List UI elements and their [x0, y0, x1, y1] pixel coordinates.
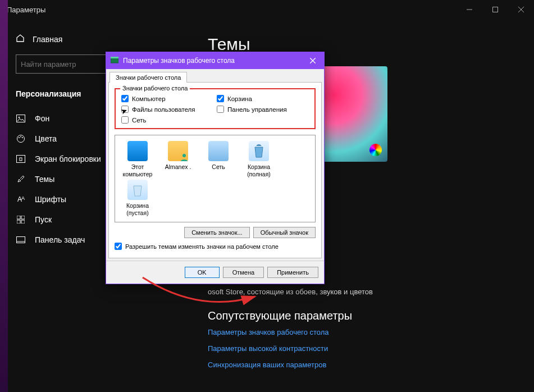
window-controls: [457, 0, 534, 19]
svg-point-24: [182, 154, 186, 157]
allow-themes-input[interactable]: [115, 243, 122, 250]
home-icon: [16, 34, 25, 44]
svg-point-11: [22, 137, 23, 138]
svg-point-8: [17, 135, 25, 143]
icon-grid[interactable]: Этот компьютер Almanex . Сеть Корзина (п…: [115, 135, 316, 222]
ok-button[interactable]: OK: [185, 267, 220, 278]
svg-rect-1: [493, 7, 498, 12]
titlebar: Параметры: [0, 0, 534, 19]
home-link[interactable]: Главная: [0, 30, 185, 54]
tab-desktop-icons[interactable]: Значки рабочего стола: [109, 72, 187, 83]
sidebar-item-label: Пуск: [35, 215, 52, 224]
desktop-icons-dialog: Параметры значков рабочего стола Значки …: [106, 52, 325, 284]
grid-item-bin-full[interactable]: Корзина (полная): [240, 141, 278, 177]
lockscreen-icon: [16, 155, 26, 163]
network-icon: [208, 141, 229, 161]
dialog-titlebar[interactable]: Параметры значков рабочего стола: [106, 52, 324, 69]
wallpaper-edge: [0, 0, 8, 392]
checkbox-label: Корзина: [227, 95, 252, 102]
dialog-close-button[interactable]: [305, 54, 321, 67]
grid-label: Корзина (пустая): [126, 202, 149, 216]
apply-button[interactable]: Применить: [267, 267, 318, 278]
dialog-footer: OK Отмена Применить: [106, 261, 324, 284]
grid-item-bin-empty[interactable]: Корзина (пустая): [118, 180, 157, 216]
checkbox-network-input[interactable]: [121, 116, 129, 124]
svg-rect-17: [21, 220, 25, 224]
minimize-button[interactable]: [457, 0, 482, 19]
svg-rect-21: [111, 57, 118, 58]
checkbox-userfiles[interactable]: Файлы пользователя: [121, 106, 200, 113]
checkbox-recycle[interactable]: Корзина: [217, 95, 295, 102]
svg-rect-14: [17, 216, 20, 219]
grid-item-network[interactable]: Сеть: [199, 141, 238, 177]
svg-point-7: [19, 117, 20, 118]
checkbox-label: Панель управления: [227, 106, 287, 113]
palette-icon: [16, 134, 26, 143]
checkbox-recycle-input[interactable]: [217, 95, 224, 102]
related-links: Параметры значков рабочего стола Парамет…: [208, 328, 512, 369]
tab-page: Значки рабочего стола ➤ Компьютер Корзин…: [108, 82, 322, 258]
dialog-icon: [111, 57, 118, 65]
fonts-icon: AA: [16, 195, 26, 203]
grid-label: Этот компьютер: [123, 163, 153, 177]
color-wheel-icon: [369, 144, 382, 156]
checkbox-label: Файлы пользователя: [132, 106, 195, 113]
related-heading: Сопутствующие параметры: [208, 309, 512, 322]
svg-rect-15: [21, 216, 25, 219]
link-desktop-icons[interactable]: Параметры значков рабочего стола: [208, 328, 512, 336]
tab-strip: Значки рабочего стола: [106, 69, 324, 82]
taskbar-icon: [16, 236, 26, 243]
icons-fieldset: Значки рабочего стола ➤ Компьютер Корзин…: [115, 88, 316, 129]
change-icon-button[interactable]: Сменить значок...: [184, 227, 250, 238]
recyclebin-empty-icon: [127, 180, 148, 200]
dialog-title: Параметры значков рабочего стола: [123, 57, 235, 65]
sidebar-item-label: Темы: [35, 175, 54, 184]
picture-icon: [16, 115, 26, 122]
custom-text: osoft Store, состоящие из обоев, звуков …: [208, 288, 512, 296]
grid-label: Корзина (полная): [247, 163, 271, 177]
brush-icon: [16, 175, 26, 184]
grid-label: Сеть: [212, 163, 225, 170]
user-folder-icon: [168, 141, 188, 161]
fieldset-legend: Значки рабочего стола: [120, 85, 190, 92]
svg-rect-12: [17, 156, 25, 163]
checkbox-computer-input[interactable]: [121, 95, 129, 102]
allow-themes-checkbox[interactable]: Разрешить темам изменять значки на рабоч…: [115, 243, 316, 250]
close-button[interactable]: [508, 0, 534, 19]
link-sync[interactable]: Синхронизация ваших параметров: [208, 361, 512, 369]
checkbox-controlpanel-input[interactable]: [217, 106, 224, 113]
checkbox-computer[interactable]: Компьютер: [121, 95, 200, 102]
allow-themes-label: Разрешить темам изменять значки на рабоч…: [125, 243, 279, 250]
sidebar-item-label: Фон: [35, 114, 49, 123]
checkbox-label: Сеть: [132, 117, 147, 124]
start-icon: [16, 216, 26, 224]
svg-rect-18: [17, 237, 25, 243]
svg-rect-16: [17, 220, 20, 224]
icon-button-row: Сменить значок... Обычный значок: [115, 227, 316, 238]
checkbox-controlpanel[interactable]: Панель управления: [217, 106, 295, 113]
svg-point-9: [19, 137, 20, 138]
sidebar-item-label: Шрифты: [35, 195, 66, 204]
page-title: Темы: [208, 35, 512, 54]
grid-label: Almanex .: [165, 163, 191, 170]
cancel-button[interactable]: Отмена: [223, 267, 264, 278]
grid-item-user[interactable]: Almanex .: [159, 141, 197, 177]
sidebar-item-label: Экран блокировки: [35, 154, 101, 163]
window-title: Параметры: [7, 6, 45, 14]
link-high-contrast[interactable]: Параметры высокой контрастности: [208, 344, 512, 353]
monitor-icon: [127, 141, 148, 161]
sidebar-item-label: Цвета: [35, 134, 57, 143]
checkbox-label: Компьютер: [132, 95, 166, 102]
home-label: Главная: [33, 35, 62, 44]
grid-item-computer[interactable]: Этот компьютер: [118, 141, 157, 177]
maximize-button[interactable]: [482, 0, 508, 19]
recyclebin-full-icon: [249, 141, 269, 161]
default-icon-button[interactable]: Обычный значок: [253, 227, 316, 238]
svg-rect-13: [20, 158, 22, 161]
svg-point-10: [20, 136, 21, 138]
checkbox-network[interactable]: Сеть: [121, 116, 200, 124]
sidebar-item-label: Панель задач: [35, 235, 85, 244]
svg-rect-20: [111, 58, 118, 63]
